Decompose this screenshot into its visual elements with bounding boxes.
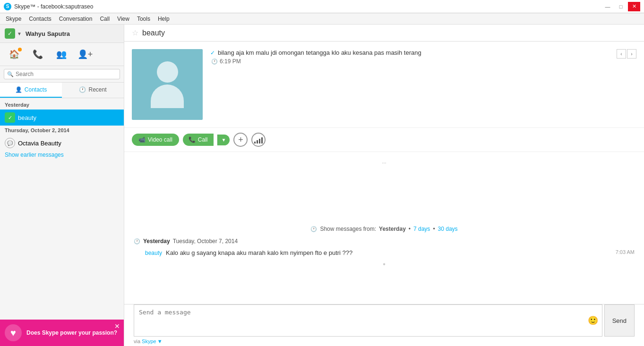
nav-arrows: ‹ › <box>617 49 636 59</box>
user-header: ✓ ▼ Wahyu Saputra <box>0 25 124 43</box>
menu-view[interactable]: View <box>113 13 133 24</box>
contact-item-beauty[interactable]: ✓ beauty <box>0 110 124 126</box>
add-contact-button[interactable]: 👤+ <box>76 47 94 62</box>
search-container: 🔍 <box>0 66 124 83</box>
recent-tab-icon: 🕐 <box>79 86 86 93</box>
message-text: ✓ bilang aja km malu jdi omongan tetangg… <box>210 49 636 56</box>
message-time: 🕐 6:19 PM <box>211 58 636 65</box>
signal-button[interactable] <box>251 133 266 147</box>
video-icon: 📹 <box>138 136 146 143</box>
tab-contacts[interactable]: 👤 Contacts <box>0 83 62 98</box>
show-earlier-link[interactable]: Show earlier messages <box>0 150 69 160</box>
promo-text: Does Skype power your passion? <box>26 329 119 336</box>
promo-close-button[interactable]: ✕ <box>114 322 120 330</box>
contact-avatar <box>132 49 203 120</box>
maximize-button[interactable]: □ <box>615 2 627 11</box>
contacts-tab-icon: 👤 <box>15 86 22 93</box>
add-icon: + <box>238 135 243 145</box>
home-button[interactable]: 🏠 <box>5 47 24 62</box>
close-button[interactable]: ✕ <box>628 2 640 11</box>
contacts-button[interactable]: 👥 <box>52 47 71 62</box>
nav-prev-button[interactable]: ‹ <box>617 49 626 59</box>
message-content: Kalo aku g sayang knapa aku marah kalo k… <box>166 249 612 256</box>
menu-tools[interactable]: Tools <box>133 13 154 24</box>
action-buttons: 📹 Video call 📞 Call ▼ + <box>124 128 644 152</box>
search-input[interactable] <box>16 71 117 77</box>
contacts-tab-label: Contacts <box>25 86 47 93</box>
menu-help[interactable]: Help <box>154 13 173 24</box>
skype-link[interactable]: Skype ▼ <box>142 338 162 344</box>
message-input-area: 🙂 Send via Skype ▼ <box>124 304 644 346</box>
menu-conversation[interactable]: Conversation <box>55 13 96 24</box>
contacts-list: Yesterday ✓ beauty Thursday, October 2, … <box>0 98 124 320</box>
via-skype: via Skype ▼ <box>124 337 644 346</box>
bullet-2: • <box>433 226 435 232</box>
emoji-button[interactable]: 🙂 <box>588 315 598 326</box>
last-message-content: bilang aja km malu jdi omongan tetangga … <box>218 49 421 56</box>
titlebar: S Skype™ - facebook:saputraseo — □ ✕ <box>0 0 644 13</box>
yesterday-header: 🕐 Yesterday Tuesday, October 7, 2014 <box>124 235 644 247</box>
promo-banner: ♥ Does Skype power your passion? ✕ <box>0 320 124 346</box>
user-name: Wahyu Saputra <box>26 30 119 37</box>
sidebar: ✓ ▼ Wahyu Saputra 🏠 📞 👥 👤+ 🔍 <box>0 25 124 346</box>
chat-header: ☆ beauty <box>124 25 644 42</box>
add-contact-icon: 👤+ <box>77 49 93 59</box>
thirty-days-link[interactable]: 30 days <box>438 226 458 232</box>
search-icon: 🔍 <box>7 71 14 77</box>
tab-recent[interactable]: 🕐 Recent <box>62 83 124 98</box>
menu-skype[interactable]: Skype <box>2 13 25 24</box>
bullet-1: • <box>409 226 411 232</box>
message-timestamp: 7:03 AM <box>616 249 635 255</box>
add-button[interactable]: + <box>233 133 248 147</box>
yesterday-option[interactable]: Yesterday <box>379 226 406 232</box>
nav-next-button[interactable]: › <box>627 49 636 59</box>
call-button[interactable]: 📞 <box>28 47 47 62</box>
home-badge <box>18 48 22 51</box>
menubar: Skype Contacts Conversation Call View To… <box>0 13 644 25</box>
via-label: via <box>134 338 140 344</box>
chat-area: ☆ beauty ✓ bilang aja km malu jdi omonga… <box>124 25 644 346</box>
send-button[interactable]: Send <box>604 304 635 337</box>
call-button[interactable]: 📞 Call <box>183 134 214 146</box>
call-dropdown-button[interactable]: ▼ <box>217 135 230 145</box>
search-input-wrapper: 🔍 <box>4 69 120 79</box>
message-input-wrapper: 🙂 Send <box>134 304 635 337</box>
contact-icon-beauty: ✓ <box>5 112 15 123</box>
contact-item-octavia[interactable]: 💬 Octavia Beautty <box>0 135 124 151</box>
user-dropdown-arrow[interactable]: ▼ <box>17 31 22 36</box>
recent-tab-label: Recent <box>88 86 106 93</box>
signal-bars-icon <box>254 136 263 143</box>
message-bubble: ✓ bilang aja km malu jdi omongan tetangg… <box>210 49 636 65</box>
tabs: 👤 Contacts 🕐 Recent <box>0 83 124 98</box>
yesterday-label: Yesterday <box>143 238 170 245</box>
quick-actions: 🏠 📞 👥 👤+ <box>0 43 124 66</box>
message-input[interactable] <box>134 304 584 337</box>
clock-icon: 🕐 <box>211 59 218 65</box>
titlebar-left: S Skype™ - facebook:saputraseo <box>4 3 93 10</box>
favorite-star-icon[interactable]: ☆ <box>132 28 138 37</box>
signal-bar-4 <box>261 137 263 143</box>
seven-days-link[interactable]: 7 days <box>413 226 430 232</box>
messages-area[interactable]: ... 🕐 Show messages from: Yesterday • 7 … <box>124 152 644 304</box>
skype-icon: S <box>4 3 11 10</box>
signal-bar-2 <box>257 140 258 143</box>
skype-dropdown-icon[interactable]: ▼ <box>157 338 163 344</box>
contact-icon-octavia: 💬 <box>5 138 15 148</box>
phone-icon: 📞 <box>33 49 43 59</box>
chat-contact-name: beauty <box>142 29 165 37</box>
empty-space <box>124 166 644 223</box>
signal-bar-1 <box>254 142 256 143</box>
messages-divider: ... <box>124 157 644 166</box>
message-row: beauty Kalo aku g sayang knapa aku marah… <box>124 247 644 258</box>
promo-heart-icon: ♥ <box>5 324 22 341</box>
show-messages-clock-icon: 🕐 <box>310 226 317 232</box>
minimize-button[interactable]: — <box>601 2 614 11</box>
yesterday-clock-icon: 🕐 <box>134 238 140 245</box>
section-header-oct2: Thursday, October 2, 2014 <box>0 126 124 135</box>
video-call-button[interactable]: 📹 Video call <box>132 134 179 146</box>
show-messages-label: Show messages from: <box>320 226 376 232</box>
user-status-icon: ✓ <box>5 28 15 39</box>
dot-indicator: • <box>124 260 644 269</box>
menu-call[interactable]: Call <box>96 13 113 24</box>
menu-contacts[interactable]: Contacts <box>25 13 55 24</box>
